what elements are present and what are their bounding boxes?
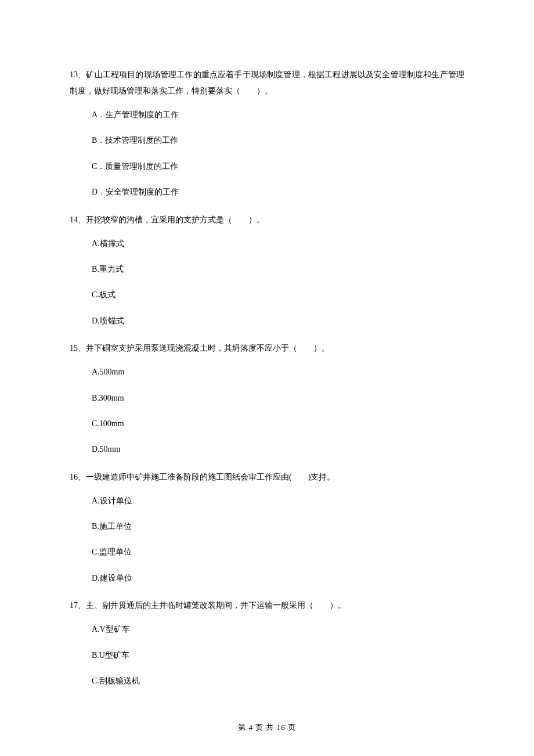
option-a: A.500mm — [70, 366, 464, 379]
option-a: A.横撑式 — [70, 237, 464, 250]
question-body: 主、副井贯通后的主井临时罐笼改装期间，井下运输一般采用（ ）。 — [86, 601, 346, 610]
question-17: 17、主、副井贯通后的主井临时罐笼改装期间，井下运输一般采用（ ）。 A.V型矿… — [70, 597, 464, 687]
question-13: 13、矿山工程项目的现场管理工作的重点应着手于现场制度管理，根据工程进展以及安全… — [70, 67, 464, 199]
option-d: D.喷锚式 — [70, 315, 464, 327]
question-15: 15、井下硐室支护采用泵送现浇混凝土时，其坍落度不应小于（ ）。 A.500mm… — [70, 340, 464, 456]
question-body: 开挖较窄的沟槽，宜采用的支护方式是（ ）。 — [86, 215, 265, 224]
option-b: B．技术管理制度的工作 — [70, 134, 464, 147]
question-body: 矿山工程项目的现场管理工作的重点应着手于现场制度管理，根据工程进展以及安全管理制… — [70, 70, 464, 95]
options-list: A.设计单位 B.施工单位 C.监理单位 D.建设单位 — [70, 495, 464, 585]
option-a: A．生产管理制度的工作 — [70, 109, 464, 121]
question-text: 15、井下硐室支护采用泵送现浇混凝土时，其坍落度不应小于（ ）。 — [70, 344, 330, 352]
options-list: A.横撑式 B.重力式 C.板式 D.喷锚式 — [70, 237, 464, 328]
option-c: C.100mm — [70, 417, 464, 430]
option-c: C.板式 — [70, 289, 464, 301]
question-num: 13、 — [70, 70, 86, 79]
options-list: A.V型矿车 B.U型矿车 C.刮板输送机 — [70, 623, 464, 687]
option-d: D．安全管理制度的工作 — [70, 186, 464, 199]
document-page: 13、矿山工程项目的现场管理工作的重点应着手于现场制度管理，根据工程进展以及安全… — [0, 0, 534, 756]
page-footer: 第 4 页 共 16 页 — [0, 722, 534, 734]
question-num: 16、 — [70, 473, 86, 481]
question-text: 16、一级建造师中矿井施工准备阶段的施工图纸会审工作应由( )支持。 — [70, 473, 335, 481]
options-list: A.500mm B.300mm C.100mm D.50mm — [70, 366, 464, 456]
option-a: A.V型矿车 — [70, 623, 464, 636]
question-num: 14、 — [70, 215, 86, 224]
option-d: D.50mm — [70, 443, 464, 456]
option-b: B.300mm — [70, 392, 464, 405]
option-b: B.施工单位 — [70, 520, 464, 533]
question-16: 16、一级建造师中矿井施工准备阶段的施工图纸会审工作应由( )支持。 A.设计单… — [70, 469, 464, 585]
option-c: C.监理单位 — [70, 546, 464, 559]
option-c: C．质量管理制度的工作 — [70, 160, 464, 173]
question-num: 17、 — [70, 601, 86, 610]
question-num: 15、 — [70, 344, 86, 352]
question-body: 井下硐室支护采用泵送现浇混凝土时，其坍落度不应小于（ ）。 — [86, 344, 330, 352]
question-text: 13、矿山工程项目的现场管理工作的重点应着手于现场制度管理，根据工程进展以及安全… — [70, 70, 464, 95]
option-b: B.重力式 — [70, 263, 464, 276]
question-text: 14、开挖较窄的沟槽，宜采用的支护方式是（ ）。 — [70, 215, 265, 224]
options-list: A．生产管理制度的工作 B．技术管理制度的工作 C．质量管理制度的工作 D．安全… — [70, 109, 464, 199]
option-c: C.刮板输送机 — [70, 675, 464, 687]
question-14: 14、开挖较窄的沟槽，宜采用的支护方式是（ ）。 A.横撑式 B.重力式 C.板… — [70, 212, 464, 328]
question-text: 17、主、副井贯通后的主井临时罐笼改装期间，井下运输一般采用（ ）。 — [70, 601, 346, 610]
question-body: 一级建造师中矿井施工准备阶段的施工图纸会审工作应由( )支持。 — [86, 473, 335, 481]
option-b: B.U型矿车 — [70, 649, 464, 662]
option-d: D.建设单位 — [70, 572, 464, 585]
option-a: A.设计单位 — [70, 495, 464, 507]
